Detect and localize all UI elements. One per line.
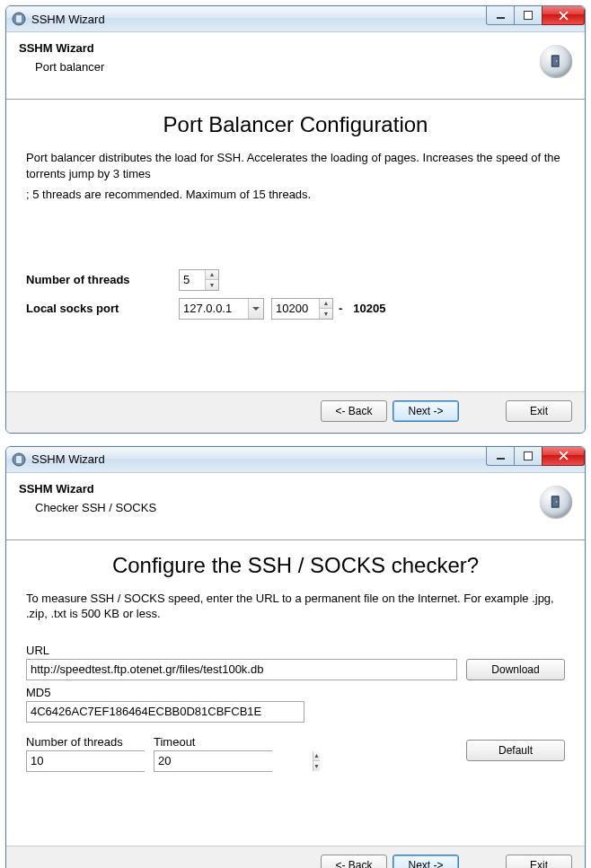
wizard-content: Configure the SSH / SOCKS checker? To me… (6, 540, 585, 846)
page-title: Configure the SSH / SOCKS checker? (26, 553, 565, 578)
md5-label: MD5 (26, 686, 565, 699)
socks-row: Local socks port ▲▼ - 10205 (26, 298, 565, 320)
wizard-content: Port Balancer Configuration Port balance… (6, 100, 585, 391)
dash: - (339, 302, 342, 315)
minimize-button[interactable] (486, 447, 515, 466)
threads-label: Number of threads (26, 273, 179, 286)
app-icon (12, 452, 26, 467)
threads-stepper[interactable]: ▲▼ (26, 750, 145, 772)
url-input[interactable] (26, 659, 457, 680)
button-bar: <- Back Next -> Exit (6, 846, 585, 868)
step-up-icon[interactable]: ▲ (206, 270, 218, 281)
wizard-header-subtitle: Checker SSH / SOCKS (19, 501, 572, 514)
window-title: SSHM Wizard (31, 13, 105, 26)
socks-port-stepper[interactable]: ▲▼ (271, 298, 333, 320)
back-button[interactable]: <- Back (321, 855, 387, 868)
wizard-window-checker: SSHM Wizard SSHM Wizard Checker SSH / SO… (5, 446, 586, 868)
default-button[interactable]: Default (466, 740, 565, 761)
window-title: SSHM Wizard (31, 452, 105, 466)
svg-point-9 (556, 501, 558, 503)
timeout-stepper[interactable]: ▲▼ (154, 750, 272, 772)
socks-port-end: 10205 (353, 302, 385, 315)
threads-input[interactable] (180, 270, 205, 290)
socks-host-combo[interactable] (179, 298, 264, 320)
exit-button[interactable]: Exit (506, 855, 572, 868)
description-line1: Port balancer distributes the load for S… (26, 150, 565, 181)
svg-rect-1 (16, 15, 22, 22)
socks-port-input[interactable] (272, 299, 319, 319)
timeout-col: Timeout ▲▼ (154, 730, 272, 772)
description-line2: ; 5 threads are recommended. Maximum of … (26, 187, 565, 203)
maximize-button[interactable] (514, 447, 542, 466)
page-title: Port Balancer Configuration (26, 112, 565, 137)
threads-row: Number of threads ▲▼ (26, 269, 565, 291)
url-label: URL (26, 644, 565, 657)
url-row: Download (26, 659, 565, 680)
titlebar[interactable]: SSHM Wizard (6, 447, 585, 473)
next-button[interactable]: Next -> (393, 855, 459, 868)
svg-rect-6 (16, 456, 22, 463)
socks-host-input[interactable] (180, 299, 248, 319)
button-bar: <- Back Next -> Exit (6, 391, 585, 433)
back-button[interactable]: <- Back (321, 400, 387, 422)
timeout-label: Timeout (154, 735, 272, 749)
next-button[interactable]: Next -> (393, 400, 459, 422)
wizard-window-port-balancer: SSHM Wizard SSHM Wizard Port balancer Po… (5, 5, 586, 434)
door-icon (540, 486, 572, 518)
svg-point-4 (556, 60, 558, 62)
wizard-header-title: SSHM Wizard (19, 41, 572, 55)
stepper-buttons[interactable]: ▲▼ (319, 299, 332, 319)
door-icon (540, 45, 572, 77)
md5-input[interactable] (26, 701, 304, 723)
threads-col: Number of threads ▲▼ (26, 730, 145, 772)
step-down-icon[interactable]: ▼ (313, 761, 320, 771)
app-icon (12, 12, 26, 26)
exit-button[interactable]: Exit (506, 400, 572, 422)
wizard-header: SSHM Wizard Port balancer (6, 32, 585, 99)
close-button[interactable] (542, 6, 585, 25)
step-down-icon[interactable]: ▼ (206, 280, 218, 290)
wizard-header: SSHM Wizard Checker SSH / SOCKS (6, 473, 585, 539)
step-up-icon[interactable]: ▲ (313, 751, 320, 762)
step-up-icon[interactable]: ▲ (320, 299, 332, 310)
stepper-buttons[interactable]: ▲▼ (313, 751, 320, 771)
wizard-header-subtitle: Port balancer (19, 60, 572, 74)
titlebar[interactable]: SSHM Wizard (6, 6, 585, 32)
stepper-buttons[interactable]: ▲▼ (205, 270, 218, 290)
download-button[interactable]: Download (466, 659, 565, 680)
chevron-down-icon[interactable] (248, 299, 263, 319)
socks-label: Local socks port (26, 302, 179, 315)
maximize-button[interactable] (514, 6, 542, 25)
wizard-header-title: SSHM Wizard (19, 482, 572, 495)
step-down-icon[interactable]: ▼ (320, 309, 332, 319)
threads-label: Number of threads (26, 735, 145, 749)
description: To measure SSH / SOCKS speed, enter the … (26, 591, 565, 622)
threads-stepper[interactable]: ▲▼ (179, 269, 219, 291)
close-button[interactable] (542, 447, 585, 466)
minimize-button[interactable] (486, 6, 515, 25)
window-controls (487, 6, 585, 24)
timeout-input[interactable] (154, 751, 313, 771)
window-controls (487, 447, 585, 465)
